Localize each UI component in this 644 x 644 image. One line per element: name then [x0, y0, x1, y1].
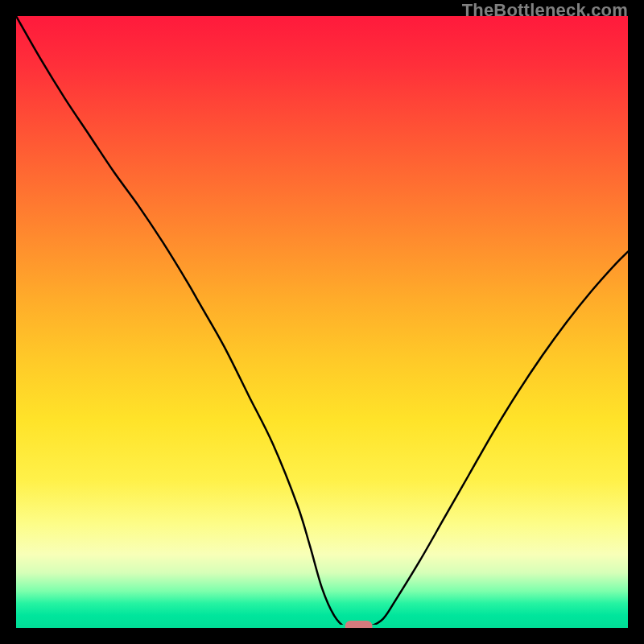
chart-plot-area	[16, 16, 628, 628]
chart-frame: TheBottleneck.com	[0, 0, 644, 644]
bottleneck-curve	[16, 16, 628, 628]
optimal-marker	[345, 621, 373, 628]
watermark-text: TheBottleneck.com	[462, 0, 628, 21]
